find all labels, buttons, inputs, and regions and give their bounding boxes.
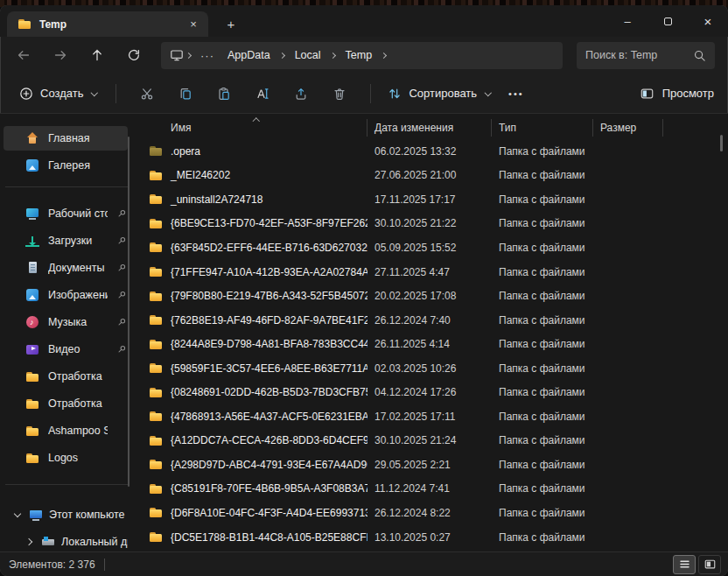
rename-button[interactable] xyxy=(245,80,280,108)
breadcrumb-root[interactable] xyxy=(170,48,184,62)
content-view-button[interactable] xyxy=(698,555,721,574)
table-row[interactable]: _uninstall2A724718 17.11.2025 17:17 Папк… xyxy=(140,187,728,212)
tab-temp[interactable]: Temp × xyxy=(7,11,208,37)
pin-icon[interactable] xyxy=(116,344,127,355)
sidebar-item[interactable]: Изображени xyxy=(4,283,128,307)
type-cell: Папка с файлами xyxy=(492,217,593,229)
date-modified-cell: 17.02.2025 17:11 xyxy=(368,411,492,423)
column-header-size[interactable]: Размер xyxy=(593,119,663,137)
pin-icon[interactable] xyxy=(116,208,127,219)
folder-icon xyxy=(149,362,163,376)
table-row[interactable]: {59859F1E-3C57-4EE6-A8EE-B63E7711A6F... … xyxy=(140,356,728,381)
preview-toggle-button[interactable]: Просмотр xyxy=(640,87,714,101)
maximize-button[interactable] xyxy=(648,5,688,37)
sidebar-item-icon xyxy=(25,131,39,145)
table-row[interactable]: {A298D97D-ABC4-4791-93E4-E67A4AD9C... 29… xyxy=(140,453,728,477)
table-row[interactable]: {DC5E1788-B1B1-44C8-A105-B25E88CFF9... 1… xyxy=(140,525,728,550)
table-row[interactable]: {8244A8E9-D798-4A81-BFA8-783B3CC44E... 2… xyxy=(140,332,728,356)
pin-icon[interactable] xyxy=(116,235,127,246)
file-list: Имя Дата изменения Тип Размер .opera 06.… xyxy=(140,114,728,551)
table-row[interactable]: .opera 06.02.2025 13:32 Папка с файлами xyxy=(140,139,728,164)
name-cell: {79F80B80-E219-47B6-A343-52F5B45072B8} xyxy=(140,289,368,303)
file-name: {59859F1E-3C57-4EE6-A8EE-B63E7711A6F... xyxy=(171,362,368,375)
sort-button[interactable]: Сортировать xyxy=(382,81,498,106)
sidebar-divider xyxy=(5,484,130,485)
pin-icon[interactable] xyxy=(116,290,127,300)
sidebar-item[interactable]: Галерея xyxy=(4,153,128,178)
breadcrumb-overflow-button[interactable]: ··· xyxy=(194,49,220,62)
copy-button[interactable] xyxy=(168,80,203,108)
more-options-button[interactable]: ••• xyxy=(498,88,535,99)
minimize-button[interactable]: – xyxy=(607,5,648,37)
column-header-date[interactable]: Дата изменения xyxy=(368,119,492,137)
new-tab-button[interactable]: + xyxy=(222,17,240,32)
sidebar-item[interactable]: Локальный ди xyxy=(4,530,128,551)
sidebar-item-label: Видео xyxy=(48,343,108,355)
back-arrow-icon xyxy=(17,48,31,62)
file-list-scrollbar[interactable] xyxy=(720,135,723,151)
close-tab-icon[interactable]: × xyxy=(186,17,201,32)
chevron-right-icon[interactable] xyxy=(328,50,339,60)
breadcrumb-item[interactable]: Local xyxy=(288,49,328,61)
breadcrumb-item[interactable]: Temp xyxy=(339,49,380,61)
back-button[interactable] xyxy=(9,42,38,68)
close-button[interactable]: × xyxy=(688,5,728,37)
address-bar[interactable]: ··· AppData Local Temp xyxy=(161,42,563,69)
refresh-icon xyxy=(127,48,141,62)
type-cell: Папка с файлами xyxy=(492,411,593,423)
chevron-right-icon xyxy=(184,50,194,60)
preview-pane-icon xyxy=(640,87,654,101)
table-row[interactable]: {A12DDC7A-CECA-426B-8DD3-6D4CEF9... 30.1… xyxy=(140,429,728,453)
breadcrumb-item[interactable]: AppData xyxy=(220,49,277,61)
chevron-right-icon[interactable] xyxy=(379,50,389,60)
table-row[interactable]: {C85191F8-70FE-4B6B-9B5A-A3F08B3A7F... 1… xyxy=(140,477,728,502)
sidebar-item[interactable]: Загрузки xyxy=(4,228,128,253)
table-row[interactable]: {79F80B80-E219-47B6-A343-52F5B45072B8} 2… xyxy=(140,284,728,308)
name-cell: {DC5E1788-B1B1-44C8-A105-B25E88CFF9... xyxy=(140,530,368,544)
sidebar-item[interactable]: Этот компьюте xyxy=(4,502,128,527)
table-row[interactable]: {63F845D2-EFF6-44EE-B716-63D62703203E} 0… xyxy=(140,235,728,260)
type-cell: Папка с файлами xyxy=(492,193,593,206)
create-label: Создать xyxy=(40,87,83,100)
sidebar-item[interactable]: Видео xyxy=(4,337,128,362)
rename-icon xyxy=(256,87,270,101)
sidebar-item[interactable]: Отработка xyxy=(4,364,128,389)
sidebar-item[interactable]: Главная xyxy=(4,126,128,151)
sidebar-item-icon xyxy=(25,342,39,356)
sidebar-tree-group: Этот компьюте Локальный ди xyxy=(0,502,135,551)
sidebar-item[interactable]: Музыка xyxy=(4,310,128,334)
expander-chevron-icon[interactable] xyxy=(24,537,35,547)
forward-arrow-icon xyxy=(53,48,67,62)
pin-icon[interactable] xyxy=(116,317,127,327)
chevron-right-icon[interactable] xyxy=(277,50,288,60)
pin-icon[interactable] xyxy=(116,263,127,273)
details-view-button[interactable] xyxy=(673,555,696,574)
trash-icon xyxy=(332,87,346,101)
create-button[interactable]: Создать xyxy=(14,81,104,106)
cut-button[interactable] xyxy=(130,80,164,108)
sidebar-item[interactable]: Ashampoo Snap xyxy=(4,418,128,443)
delete-button[interactable] xyxy=(322,80,357,108)
share-button[interactable] xyxy=(284,80,318,108)
table-row[interactable]: _MEI246202 27.06.2025 21:00 Папка с файл… xyxy=(140,164,728,188)
column-header-name[interactable]: Имя xyxy=(140,119,368,137)
forward-button[interactable] xyxy=(46,42,75,68)
search-box[interactable] xyxy=(577,42,715,69)
sidebar-item[interactable]: Рабочий сто xyxy=(4,201,128,226)
sidebar-item[interactable]: Logos xyxy=(4,446,128,470)
paste-button[interactable] xyxy=(206,80,242,108)
table-row[interactable]: {47868913-A56E-4A37-ACF5-0E6231EBA5... 1… xyxy=(140,404,728,429)
column-header-type[interactable]: Тип xyxy=(492,119,593,137)
refresh-button[interactable] xyxy=(119,42,149,68)
sidebar-scrollbar[interactable] xyxy=(128,137,130,487)
table-row[interactable]: {08248691-02DD-462B-B5D3-7BD3CFB75... 04… xyxy=(140,380,728,404)
table-row[interactable]: {6BE9CE13-FD70-42EF-A53F-8F97EF26205... … xyxy=(140,212,728,236)
sidebar-item[interactable]: Документы xyxy=(4,256,128,280)
expander-chevron-icon[interactable] xyxy=(12,509,23,520)
up-button[interactable] xyxy=(82,42,112,68)
search-input[interactable] xyxy=(585,49,693,61)
table-row[interactable]: {762B8E19-AF49-46FD-82AF-9A7BE41F2D... 2… xyxy=(140,308,728,333)
table-row[interactable]: {71FFE947-A10A-412B-93EA-A2A02784A8... 2… xyxy=(140,260,728,284)
table-row[interactable]: {D6F8A10E-04FC-4F3F-A4D4-EE69937136... 2… xyxy=(140,501,728,525)
sidebar-item[interactable]: Отработка xyxy=(4,391,128,416)
